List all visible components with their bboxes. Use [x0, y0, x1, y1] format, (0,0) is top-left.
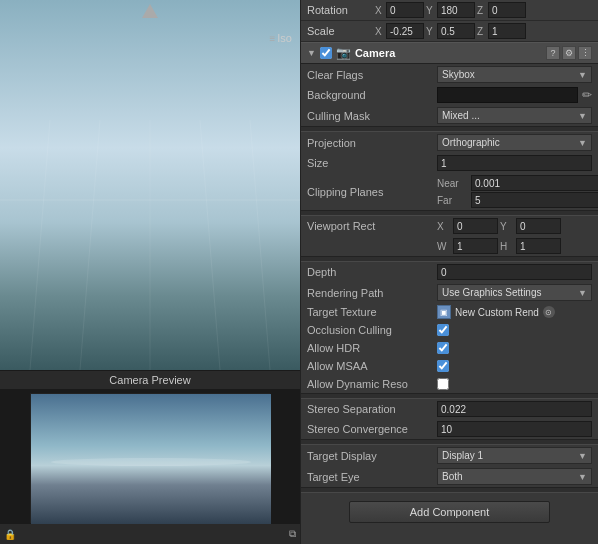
- component-enabled-checkbox[interactable]: [320, 47, 332, 59]
- viewport-3d[interactable]: ≡ Iso: [0, 0, 300, 370]
- camera-preview-svg: [31, 394, 271, 524]
- clear-flags-dropdown[interactable]: Skybox ▼: [437, 66, 592, 83]
- rotation-x-item: X: [375, 2, 424, 18]
- vr-h-input[interactable]: [516, 238, 561, 254]
- lock-icon: 🔒: [4, 529, 16, 540]
- projection-row: Projection Orthographic ▼: [301, 132, 598, 153]
- far-input[interactable]: [471, 192, 598, 208]
- target-texture-value-group: ▣ New Custom Rend ⊙: [437, 305, 592, 319]
- viewport-rect-row: Viewport Rect X Y: [301, 216, 598, 236]
- target-texture-info-icon[interactable]: ⊙: [543, 306, 555, 318]
- vr-h-label: H: [500, 241, 514, 252]
- allow-dynamic-reso-label: Allow Dynamic Reso: [307, 378, 437, 390]
- rotation-z-item: Z: [477, 2, 526, 18]
- allow-dynamic-reso-checkbox[interactable]: [437, 378, 449, 390]
- culling-mask-dropdown[interactable]: Mixed ... ▼: [437, 107, 592, 124]
- occlusion-culling-label: Occlusion Culling: [307, 324, 437, 336]
- scale-y-label: Y: [426, 26, 436, 37]
- rotation-x-label: X: [375, 5, 385, 16]
- near-input[interactable]: [471, 175, 598, 191]
- add-component-container: Add Component: [301, 493, 598, 531]
- scale-x-item: X: [375, 23, 424, 39]
- vr-x-item: X: [437, 218, 498, 234]
- scale-xyz-group: X Y Z: [375, 23, 592, 39]
- projection-dropdown[interactable]: Orthographic ▼: [437, 134, 592, 151]
- rendering-path-dropdown[interactable]: Use Graphics Settings ▼: [437, 284, 592, 301]
- allow-hdr-row: Allow HDR: [301, 339, 598, 357]
- viewport-rect-group: X Y: [437, 218, 592, 234]
- far-row: Far: [437, 192, 598, 208]
- texture-icon: ▣: [437, 305, 451, 319]
- near-label: Near: [437, 178, 467, 189]
- stereo-convergence-input[interactable]: [437, 421, 592, 437]
- target-eye-row: Target Eye Both ▼: [301, 466, 598, 487]
- background-color-swatch[interactable]: [437, 87, 578, 103]
- viewport-bottom-bar: 🔒 ⧉: [0, 524, 300, 544]
- stereo-convergence-label: Stereo Convergence: [307, 423, 437, 435]
- camera-preview-container: [0, 389, 300, 527]
- background-row: Background ✏: [301, 85, 598, 105]
- scale-z-label: Z: [477, 26, 487, 37]
- component-settings-icon[interactable]: ⚙: [562, 46, 576, 60]
- projection-value: Orthographic: [442, 137, 500, 148]
- allow-dynamic-reso-row: Allow Dynamic Reso: [301, 375, 598, 393]
- clipping-planes-row: Clipping Planes Near Far: [301, 173, 598, 210]
- vr-h-item: H: [500, 238, 561, 254]
- rotation-z-input[interactable]: [488, 2, 526, 18]
- camera-icon: 📷: [336, 46, 351, 60]
- camera-component-header[interactable]: ▼ 📷 Camera ? ⚙ ⋮: [301, 42, 598, 64]
- depth-input[interactable]: [437, 264, 592, 280]
- inspector-panel: Rotation X Y Z Scale X Y: [300, 0, 598, 544]
- color-edit-icon[interactable]: ✏: [582, 88, 592, 102]
- component-help-icon[interactable]: ?: [546, 46, 560, 60]
- add-component-button[interactable]: Add Component: [349, 501, 551, 523]
- vr-y-label: Y: [500, 221, 514, 232]
- scale-x-input[interactable]: [386, 23, 424, 39]
- rotation-row: Rotation X Y Z: [301, 0, 598, 21]
- vr-y-input[interactable]: [516, 218, 561, 234]
- target-eye-dropdown[interactable]: Both ▼: [437, 468, 592, 485]
- clear-flags-value: Skybox: [442, 69, 475, 80]
- culling-mask-label: Culling Mask: [307, 110, 437, 122]
- vr-w-input[interactable]: [453, 238, 498, 254]
- camera-preview-label: Camera Preview: [0, 370, 300, 389]
- vr-x-label: X: [437, 221, 451, 232]
- size-row: Size: [301, 153, 598, 173]
- size-input[interactable]: [437, 155, 592, 171]
- target-texture-row: Target Texture ▣ New Custom Rend ⊙: [301, 303, 598, 321]
- component-menu-icon[interactable]: ⋮: [578, 46, 592, 60]
- allow-msaa-checkbox[interactable]: [437, 360, 449, 372]
- component-toggle-arrow[interactable]: ▼: [307, 48, 316, 58]
- component-title: Camera: [355, 47, 395, 59]
- clear-flags-arrow-icon: ▼: [578, 70, 587, 80]
- rotation-x-input[interactable]: [386, 2, 424, 18]
- target-display-dropdown[interactable]: Display 1 ▼: [437, 447, 592, 464]
- target-texture-label: Target Texture: [307, 306, 437, 318]
- rendering-path-value: Use Graphics Settings: [442, 287, 542, 298]
- component-header-icons: ? ⚙ ⋮: [546, 46, 592, 60]
- depth-label: Depth: [307, 266, 437, 278]
- culling-mask-value: Mixed ...: [442, 110, 480, 121]
- rotation-y-input[interactable]: [437, 2, 475, 18]
- stereo-separation-input[interactable]: [437, 401, 592, 417]
- rotation-label: Rotation: [307, 4, 375, 16]
- add-component-label: Add Component: [410, 506, 490, 518]
- vr-x-input[interactable]: [453, 218, 498, 234]
- rotation-xyz-group: X Y Z: [375, 2, 592, 18]
- rendering-path-row: Rendering Path Use Graphics Settings ▼: [301, 282, 598, 303]
- occlusion-culling-checkbox[interactable]: [437, 324, 449, 336]
- target-display-row: Target Display Display 1 ▼: [301, 445, 598, 466]
- size-label: Size: [307, 157, 437, 169]
- scale-row: Scale X Y Z: [301, 21, 598, 42]
- far-label: Far: [437, 195, 467, 206]
- clear-flags-label: Clear Flags: [307, 69, 437, 81]
- expand-icon: ⧉: [289, 528, 296, 540]
- allow-hdr-checkbox[interactable]: [437, 342, 449, 354]
- target-display-label: Target Display: [307, 450, 437, 462]
- svg-line-1: [30, 120, 50, 370]
- scale-y-input[interactable]: [437, 23, 475, 39]
- stereo-convergence-row: Stereo Convergence: [301, 419, 598, 439]
- scale-z-input[interactable]: [488, 23, 526, 39]
- projection-label: Projection: [307, 137, 437, 149]
- allow-hdr-label: Allow HDR: [307, 342, 437, 354]
